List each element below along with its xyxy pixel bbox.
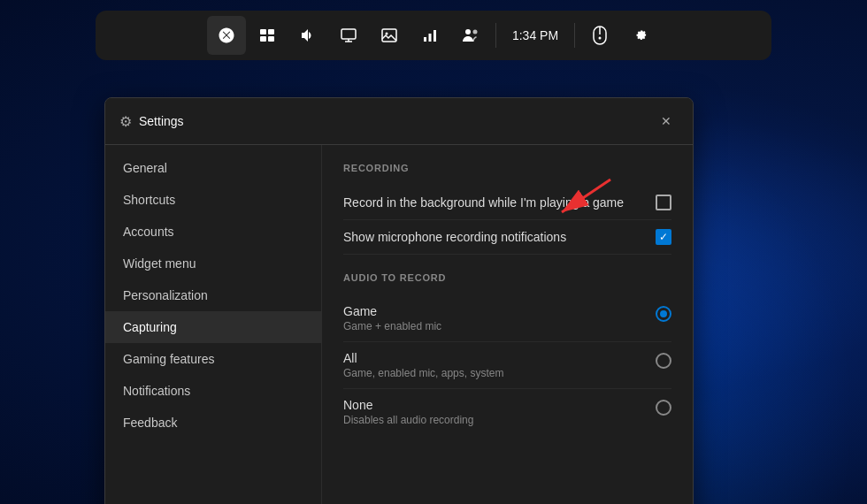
audio-all-title: All [343, 351, 503, 365]
people-taskbar-icon[interactable] [451, 16, 490, 55]
mic-notification-row: Show microphone recording notifications … [343, 220, 671, 255]
audio-game-option[interactable]: Game Game + enabled mic [343, 295, 671, 342]
chart-taskbar-icon[interactable] [410, 16, 449, 55]
section-spacer [343, 255, 671, 272]
svg-rect-1 [268, 29, 274, 34]
settings-title: Settings [139, 114, 184, 128]
audio-all-radio[interactable] [656, 353, 671, 369]
gear-svg [632, 27, 649, 44]
svg-rect-10 [428, 34, 431, 42]
sidebar-item-capturing[interactable]: Capturing [105, 311, 321, 343]
svg-rect-0 [260, 29, 266, 34]
image-svg [380, 27, 398, 44]
audio-none-text: None Disables all audio recording [343, 398, 473, 426]
sidebar-item-accounts[interactable]: Accounts [105, 216, 321, 248]
audio-section-label: AUDIO TO RECORD [343, 272, 671, 283]
sidebar-item-gaming-features[interactable]: Gaming features [105, 343, 321, 375]
gear-taskbar-icon[interactable] [621, 16, 660, 55]
svg-rect-3 [268, 36, 274, 42]
audio-none-option[interactable]: None Disables all audio recording [343, 389, 671, 435]
audio-none-radio[interactable] [656, 400, 671, 416]
sidebar-item-general[interactable]: General [105, 152, 321, 184]
settings-titlebar: ⚙ Settings ✕ [105, 98, 693, 145]
settings-gear-icon: ⚙ [119, 113, 132, 130]
settings-close-button[interactable]: ✕ [654, 109, 679, 134]
xbox-svg [218, 27, 235, 44]
screen-svg [340, 27, 357, 44]
sidebar-item-feedback[interactable]: Feedback [105, 407, 321, 439]
multitasking-taskbar-icon[interactable] [248, 16, 287, 55]
volume-svg [299, 27, 317, 44]
svg-point-12 [465, 29, 471, 34]
multitasking-svg [258, 27, 276, 44]
svg-rect-4 [341, 29, 356, 39]
xbox-taskbar-icon[interactable] [207, 16, 246, 55]
background-recording-row: Record in the background while I'm playi… [343, 186, 671, 220]
audio-none-title: None [343, 398, 473, 412]
taskbar-time: 1:34 PM [502, 28, 569, 42]
settings-sidebar: General Shortcuts Accounts Widget menu P… [105, 145, 322, 504]
close-icon: ✕ [661, 114, 671, 128]
mouse-svg [593, 26, 607, 45]
taskbar-divider [495, 23, 496, 48]
chart-svg [421, 27, 439, 44]
background-recording-checkbox[interactable] [656, 195, 671, 210]
mic-notification-checkbox[interactable]: ✓ [656, 229, 671, 245]
audio-game-radio[interactable] [656, 306, 671, 322]
volume-taskbar-icon[interactable] [288, 16, 327, 55]
sidebar-item-notifications[interactable]: Notifications [105, 375, 321, 407]
svg-rect-7 [382, 29, 396, 42]
audio-game-text: Game Game + enabled mic [343, 304, 441, 332]
sidebar-item-shortcuts[interactable]: Shortcuts [105, 184, 321, 216]
svg-rect-11 [434, 30, 436, 42]
settings-body: General Shortcuts Accounts Widget menu P… [105, 145, 693, 504]
sidebar-item-personalization[interactable]: Personalization [105, 279, 321, 311]
recording-section-label: RECORDING [343, 163, 671, 173]
svg-rect-2 [260, 36, 266, 42]
settings-window: ⚙ Settings ✕ General Shortcuts Accounts … [104, 97, 694, 504]
sidebar-item-widget-menu[interactable]: Widget menu [105, 248, 321, 279]
settings-main-content: RECORDING Record in the background while… [322, 145, 693, 504]
audio-all-subtitle: Game, enabled mic, apps, system [343, 367, 503, 379]
audio-all-option[interactable]: All Game, enabled mic, apps, system [343, 342, 671, 389]
mouse-taskbar-icon[interactable] [580, 16, 619, 55]
audio-all-text: All Game, enabled mic, apps, system [343, 351, 503, 379]
svg-point-13 [472, 30, 477, 34]
taskbar-divider-2 [574, 23, 575, 48]
screen-taskbar-icon[interactable] [329, 16, 368, 55]
svg-point-16 [599, 37, 602, 40]
audio-none-subtitle: Disables all audio recording [343, 414, 473, 426]
audio-game-subtitle: Game + enabled mic [343, 320, 441, 332]
settings-title-group: ⚙ Settings [119, 113, 184, 130]
svg-rect-9 [424, 37, 426, 42]
background-recording-label: Record in the background while I'm playi… [343, 195, 624, 210]
taskbar: 1:34 PM [96, 11, 771, 60]
image-taskbar-icon[interactable] [370, 16, 409, 55]
mic-notification-label: Show microphone recording notifications [343, 230, 566, 244]
people-svg [461, 27, 480, 44]
audio-game-title: Game [343, 304, 441, 318]
